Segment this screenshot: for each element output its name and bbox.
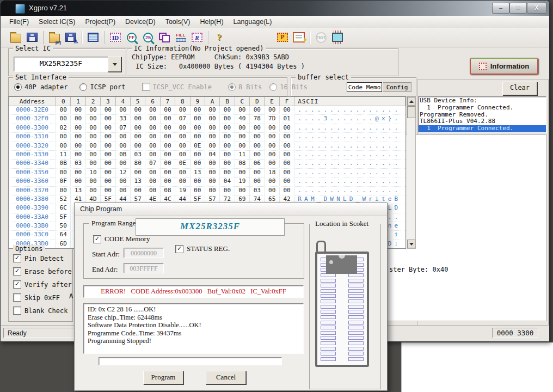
checkbox-code-memory[interactable]: CODE Memory — [93, 235, 150, 243]
hex-byte-cell[interactable]: 00 — [86, 151, 101, 159]
save-project-button[interactable]: ◬ — [63, 30, 79, 45]
hex-byte-cell[interactable]: 03 — [131, 151, 145, 159]
hex-byte-cell[interactable]: 00 — [116, 187, 131, 195]
option-pin-detect[interactable]: Pin Detect — [13, 254, 72, 262]
hex-byte-cell[interactable]: 00 — [131, 133, 145, 141]
hex-ascii-cell[interactable]: ................ — [294, 151, 405, 159]
cancel-button[interactable]: Cancel — [206, 371, 246, 384]
hex-byte-cell[interactable]: 00 — [116, 160, 131, 168]
hex-byte-cell[interactable]: 00 — [161, 177, 175, 186]
hex-byte-cell[interactable]: 00 — [280, 133, 294, 141]
hex-byte-cell[interactable]: 12 — [116, 169, 131, 177]
start-adr-field[interactable]: 00000000 — [124, 248, 164, 258]
hex-byte-cell[interactable]: 00 — [265, 151, 279, 159]
end-adr-field[interactable]: 003FFFFF — [124, 263, 164, 273]
hex-byte-cell[interactable]: 04 — [205, 151, 220, 159]
data-swap-button[interactable] — [156, 30, 173, 45]
hex-byte-cell[interactable]: 50 — [56, 222, 71, 230]
hex-byte-cell[interactable]: 80 — [131, 160, 145, 168]
hex-byte-cell[interactable]: 00 — [175, 177, 190, 186]
program-ic-button[interactable]: P — [274, 30, 291, 45]
hex-byte-cell[interactable]: 00 — [235, 142, 250, 150]
read-ic-button[interactable]: R — [189, 30, 205, 45]
hex-address-cell[interactable]: 0000-3310 — [9, 133, 56, 141]
hex-byte-cell[interactable]: 00 — [131, 106, 145, 114]
hex-byte-cell[interactable]: 00 — [161, 169, 175, 177]
hex-byte-cell[interactable]: 52 — [56, 195, 71, 204]
hex-byte-cell[interactable]: 00 — [56, 169, 71, 177]
hex-byte-cell[interactable]: 00 — [145, 177, 160, 186]
hex-byte-cell[interactable]: 19 — [235, 177, 250, 186]
hex-byte-cell[interactable]: 00 — [145, 187, 160, 195]
hex-byte-cell[interactable]: 00 — [280, 187, 294, 195]
hex-byte-cell[interactable]: 00 — [235, 169, 250, 177]
self-test-button[interactable]: TEST — [313, 30, 329, 45]
hex-byte-cell[interactable]: 03 — [250, 187, 265, 195]
hex-byte-cell[interactable]: 00 — [101, 160, 115, 168]
hex-byte-cell[interactable]: 00 — [131, 187, 145, 195]
hex-byte-cell[interactable]: 00 — [86, 187, 101, 195]
hex-byte-cell[interactable]: 00 — [205, 106, 220, 114]
scroll-up-button[interactable] — [407, 97, 415, 106]
hex-byte-cell[interactable]: 00 — [220, 106, 235, 114]
hex-byte-cell[interactable]: 0F — [56, 177, 71, 186]
information-button[interactable]: Information — [470, 58, 538, 75]
hex-byte-cell[interactable]: 00 — [161, 133, 175, 141]
hex-byte-cell[interactable]: 00 — [86, 160, 101, 168]
hex-byte-cell[interactable]: 00 — [280, 177, 294, 186]
hex-byte-cell[interactable]: 00 — [205, 160, 220, 168]
hex-byte-cell[interactable]: 00 — [175, 151, 190, 159]
hex-byte-cell[interactable]: 08 — [161, 187, 175, 195]
hex-byte-cell[interactable]: 00 — [205, 124, 220, 132]
find-hex-ff-button[interactable]: FF — [124, 30, 140, 45]
maximize-button[interactable]: □ — [509, 3, 527, 14]
menu-item-file[interactable]: File(F) — [4, 16, 34, 28]
ic-config-button[interactable] — [329, 30, 346, 45]
hex-byte-cell[interactable]: 00 — [101, 169, 115, 177]
hex-byte-cell[interactable]: 00 — [161, 106, 175, 114]
radio-icsp-port[interactable]: ICSP port — [79, 83, 125, 91]
option-skip-0xff[interactable]: Skip 0xFF — [13, 293, 72, 302]
option-blank-check[interactable]: Blank Check — [13, 307, 72, 315]
hex-byte-cell[interactable]: 00 — [235, 106, 250, 114]
hex-byte-cell[interactable]: 03 — [71, 160, 85, 168]
dialog-title-bar[interactable]: Chip Program — [75, 203, 387, 216]
scrollbar-thumb[interactable] — [407, 106, 415, 118]
ic-combo[interactable]: MX25R3235F — [14, 57, 108, 72]
hex-byte-cell[interactable]: 00 — [235, 187, 250, 195]
hex-byte-cell[interactable]: 00 — [71, 151, 85, 159]
goto-address-button[interactable]: 25 — [140, 30, 156, 45]
hex-byte-cell[interactable]: 00 — [220, 160, 235, 168]
hex-byte-cell[interactable]: 13 — [71, 187, 85, 195]
hex-byte-cell[interactable]: 00 — [71, 115, 85, 123]
hex-byte-cell[interactable]: 00 — [161, 160, 175, 168]
hex-ascii-cell[interactable]: ................ — [294, 142, 405, 150]
ic-combo-dropdown-button[interactable] — [108, 57, 121, 72]
save-file-button[interactable] — [24, 30, 40, 45]
hex-byte-cell[interactable]: 00 — [175, 124, 190, 132]
hex-byte-cell[interactable]: 5F — [56, 213, 71, 222]
usb-log-line[interactable]: 1 Programmer Connected. — [419, 105, 546, 112]
hex-byte-cell[interactable]: 78 — [250, 115, 265, 123]
hex-byte-cell[interactable]: 00 — [56, 142, 71, 150]
hex-byte-cell[interactable]: 00 — [191, 151, 205, 159]
hex-byte-cell[interactable]: 00 — [220, 187, 235, 195]
hex-byte-cell[interactable]: 00 — [71, 177, 85, 186]
hex-byte-cell[interactable]: 0B — [56, 160, 71, 168]
help-button[interactable]: ? — [211, 30, 228, 45]
hex-byte-cell[interactable]: 00 — [161, 124, 175, 132]
hex-byte-cell[interactable]: 00 — [71, 169, 85, 177]
hex-byte-cell[interactable]: 6D — [56, 240, 71, 248]
hex-byte-cell[interactable]: 01 — [280, 115, 294, 123]
hex-byte-cell[interactable]: 00 — [235, 124, 250, 132]
hex-byte-cell[interactable]: 00 — [145, 115, 160, 123]
hex-byte-cell[interactable]: 00 — [250, 177, 265, 186]
hex-byte-cell[interactable]: 00 — [131, 169, 145, 177]
hex-byte-cell[interactable]: 00 — [250, 151, 265, 159]
hex-ascii-cell[interactable]: ................ — [294, 124, 405, 132]
hex-byte-cell[interactable]: 00 — [116, 177, 131, 186]
hex-byte-cell[interactable]: 07 — [116, 124, 131, 132]
hex-byte-cell[interactable]: 00 — [220, 124, 235, 132]
hex-byte-cell[interactable]: 00 — [131, 142, 145, 150]
hex-byte-cell[interactable]: 00 — [116, 106, 131, 114]
